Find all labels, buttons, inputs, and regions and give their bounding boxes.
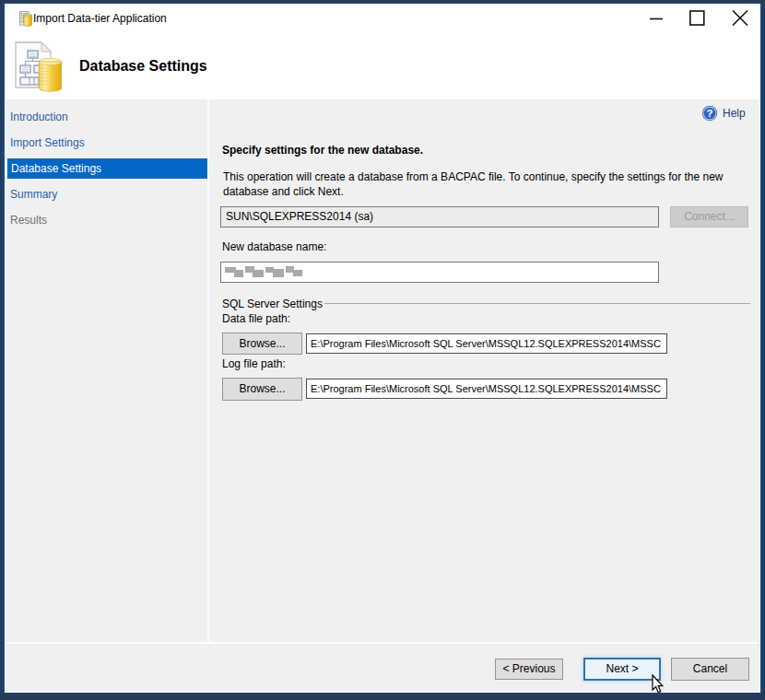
- svg-text:?: ?: [706, 108, 712, 119]
